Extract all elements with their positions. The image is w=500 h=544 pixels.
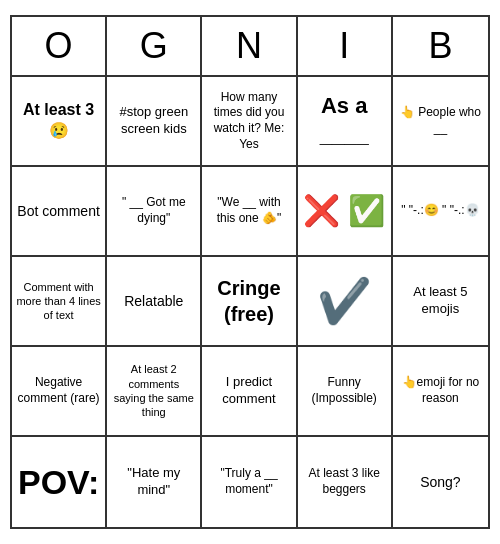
bingo-cell-r2c2: " __ Got me dying": [107, 167, 202, 257]
bingo-cell-r2c3: "We __ with this one 🫵": [202, 167, 297, 257]
header-letter: O: [12, 17, 107, 75]
bingo-cell-r1c5: 👆 People who __: [393, 77, 488, 167]
bingo-cell-r5c2: "Hate my mind": [107, 437, 202, 527]
bingo-cell-r5c3: "Truly a __ moment": [202, 437, 297, 527]
header-letter: G: [107, 17, 202, 75]
bingo-cell-r5c4: At least 3 like beggers: [298, 437, 393, 527]
bingo-cell-r4c5: 👆emoji for no reason: [393, 347, 488, 437]
bingo-cell-r1c3: How many times did you watch it? Me: Yes: [202, 77, 297, 167]
bingo-cell-r3c5: At least 5 emojis: [393, 257, 488, 347]
bingo-cell-r4c1: Negative comment (rare): [12, 347, 107, 437]
bingo-cell-r3c4: ✔️: [298, 257, 393, 347]
header-letter: I: [298, 17, 393, 75]
bingo-cell-r3c2: Relatable: [107, 257, 202, 347]
bingo-cell-r1c1: At least 3 😢: [12, 77, 107, 167]
bingo-header: OGNIB: [12, 17, 488, 77]
bingo-grid: At least 3 😢#stop green screen kidsHow m…: [12, 77, 488, 527]
bingo-cell-r1c2: #stop green screen kids: [107, 77, 202, 167]
bingo-cell-r3c3: Cringe (free): [202, 257, 297, 347]
bingo-cell-r3c1: Comment with more than 4 lines of text: [12, 257, 107, 347]
bingo-cell-r4c2: At least 2 comments saying the same thin…: [107, 347, 202, 437]
bingo-cell-r5c5: Song?: [393, 437, 488, 527]
header-letter: N: [202, 17, 297, 75]
bingo-cell-r2c4: ❌ ✅: [298, 167, 393, 257]
bingo-cell-r2c5: " "-.:😊 " "-.:💀: [393, 167, 488, 257]
bingo-card: OGNIB At least 3 😢#stop green screen kid…: [10, 15, 490, 529]
bingo-cell-r4c3: I predict comment: [202, 347, 297, 437]
header-letter: B: [393, 17, 488, 75]
bingo-cell-r1c4: As a ____: [298, 77, 393, 167]
bingo-cell-r2c1: Bot comment: [12, 167, 107, 257]
bingo-cell-r4c4: Funny (Impossible): [298, 347, 393, 437]
bingo-cell-r5c1: POV:: [12, 437, 107, 527]
